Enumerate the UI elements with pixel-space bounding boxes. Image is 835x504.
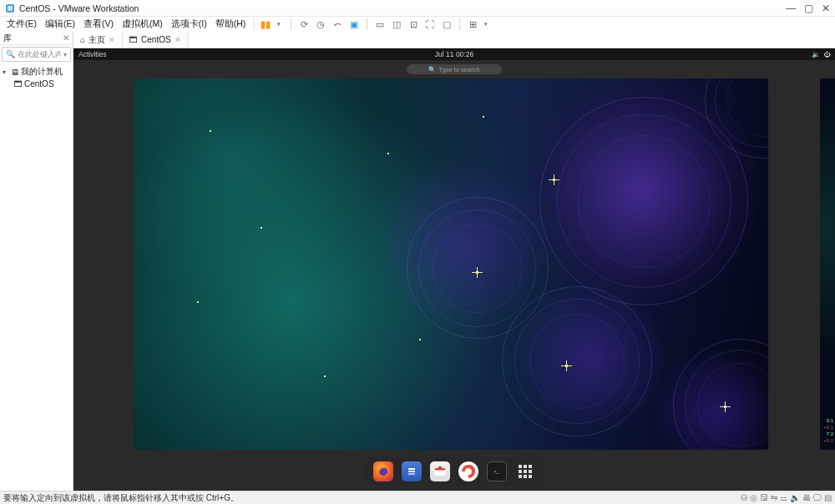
console-view-icon[interactable]: ⊡ xyxy=(407,18,419,30)
svg-point-11 xyxy=(466,469,471,474)
minimize-button[interactable]: — xyxy=(786,3,796,14)
stretch-guest-icon[interactable]: ▢ xyxy=(441,18,453,30)
computer-icon: 🖥 xyxy=(11,68,19,77)
send-ctrl-alt-del-icon[interactable]: ⟳ xyxy=(298,18,310,30)
search-placeholder: Type to search xyxy=(438,66,479,73)
device-floppy-icon[interactable]: 🖫 xyxy=(760,493,768,502)
app-icon xyxy=(5,3,15,13)
home-icon: ⌂ xyxy=(80,35,85,44)
snapshot-icon[interactable]: ◷ xyxy=(315,18,326,30)
dock-terminal-icon[interactable]: >_ xyxy=(487,461,507,481)
titlebar: CentOS - VMware Workstation — ▢ ✕ xyxy=(0,0,835,17)
search-icon: 🔍 xyxy=(6,50,15,58)
dock-show-apps-icon[interactable] xyxy=(515,461,535,481)
gnome-dock: >_ xyxy=(365,457,544,486)
svg-rect-6 xyxy=(408,473,415,475)
device-hdd-icon[interactable]: ⛁ xyxy=(741,493,747,502)
fullscreen-icon[interactable]: ▭ xyxy=(374,18,386,30)
dock-software-icon[interactable] xyxy=(430,461,450,481)
vm-icon: 🗔 xyxy=(14,79,23,88)
sidebar-close-icon[interactable]: ✕ xyxy=(63,33,69,43)
search-placeholder: 在此处键入内容进 xyxy=(18,49,61,60)
statusbar: 要将输入定向到该虚拟机，请将鼠标指针移入其中或按 Ctrl+G。 ⛁ ◎ 🖫 ⇆… xyxy=(0,491,835,504)
menu-help[interactable]: 帮助(H) xyxy=(212,17,250,32)
menu-view[interactable]: 查看(V) xyxy=(80,17,117,32)
svg-rect-1 xyxy=(8,6,13,11)
vm-icon: 🗔 xyxy=(129,35,138,44)
wallpaper xyxy=(134,78,768,450)
separator xyxy=(254,19,255,29)
message-log-icon[interactable]: ▤ xyxy=(824,493,832,502)
vm-console[interactable]: Activities Jul 11 00:26 🔉 ⏻ 🔍 Type to se… xyxy=(73,48,835,491)
tab-centos[interactable]: 🗔 CentOS ✕ xyxy=(123,32,189,48)
device-cd-icon[interactable]: ◎ xyxy=(750,493,757,502)
menubar: 文件(E) 编辑(E) 查看(V) 虚拟机(M) 选项卡(I) 帮助(H) ▮▮… xyxy=(0,17,835,32)
close-button[interactable]: ✕ xyxy=(822,3,830,14)
unity-icon[interactable]: ◫ xyxy=(391,18,402,30)
tab-close-icon[interactable]: ✕ xyxy=(109,36,115,44)
gnome-clock[interactable]: Jul 11 00:26 xyxy=(435,50,473,58)
svg-rect-5 xyxy=(408,471,415,472)
revert-snapshot-icon[interactable]: ⤺ xyxy=(331,18,343,30)
svg-text:>_: >_ xyxy=(493,469,500,474)
tab-label: CentOS xyxy=(141,35,171,44)
search-icon: 🔍 xyxy=(428,66,436,73)
menu-file[interactable]: 文件(E) xyxy=(3,17,40,32)
tree-node-centos[interactable]: 🗔 CentOS xyxy=(3,78,70,89)
svg-rect-4 xyxy=(408,468,415,470)
svg-rect-9 xyxy=(438,466,442,469)
maximize-button[interactable]: ▢ xyxy=(804,3,813,14)
tree-node-label: 我的计算机 xyxy=(21,66,63,78)
dock-help-icon[interactable] xyxy=(458,461,478,481)
dock-files-icon[interactable] xyxy=(402,461,422,481)
activities-button[interactable]: Activities xyxy=(78,50,107,58)
dropdown-caret-icon[interactable]: ▾ xyxy=(481,19,491,29)
workspace-preview[interactable] xyxy=(134,78,768,450)
power-icon[interactable]: ⏻ xyxy=(823,51,830,58)
tab-close-icon[interactable]: ✕ xyxy=(175,36,181,44)
snapshot-manager-icon[interactable]: ▣ xyxy=(348,18,360,30)
device-network-icon[interactable]: ⇆ xyxy=(771,493,777,502)
separator xyxy=(459,18,460,30)
right-pane: ⌂ 主页 ✕ 🗔 CentOS ✕ Activities Jul 11 00:2… xyxy=(73,32,835,491)
system-stats: 0.1 +0.1 7.2 +0.1 xyxy=(823,418,833,443)
pause-icon[interactable]: ▮▮ xyxy=(260,18,271,30)
tab-home[interactable]: ⌂ 主页 ✕ xyxy=(73,32,123,48)
workspace-preview-next[interactable]: 0.1 +0.1 7.2 +0.1 xyxy=(820,78,835,450)
thumbnail-bar-icon[interactable]: ⊞ xyxy=(467,18,478,30)
dropdown-caret-icon[interactable]: ▾ xyxy=(274,19,284,29)
main: 库 ✕ 🔍 在此处键入内容进 ▾ ▾ 🖥 我的计算机 🗔 CentOS ⌂ 主页 xyxy=(0,32,835,491)
device-usb-icon[interactable]: ⚍ xyxy=(780,493,787,502)
status-message: 要将输入定向到该虚拟机，请将鼠标指针移入其中或按 Ctrl+G。 xyxy=(3,492,239,504)
dropdown-caret-icon[interactable]: ▾ xyxy=(63,51,67,58)
separator xyxy=(367,18,367,30)
tree-collapse-icon[interactable]: ▾ xyxy=(3,68,9,76)
gnome-topbar: Activities Jul 11 00:26 🔉 ⏻ xyxy=(73,48,835,60)
gnome-search[interactable]: 🔍 Type to search xyxy=(407,64,502,74)
tree-node-my-computer[interactable]: ▾ 🖥 我的计算机 xyxy=(3,65,70,78)
tree-node-label: CentOS xyxy=(24,79,54,88)
window-title: CentOS - VMware Workstation xyxy=(19,3,139,13)
status-device-icons: ⛁ ◎ 🖫 ⇆ ⚍ 🔈 🖶 🖵 ▤ xyxy=(741,493,832,502)
library-sidebar: 库 ✕ 🔍 在此处键入内容进 ▾ ▾ 🖥 我的计算机 🗔 CentOS xyxy=(0,32,73,491)
system-tray[interactable]: 🔉 ⏻ xyxy=(812,51,830,58)
menu-vm[interactable]: 虚拟机(M) xyxy=(119,17,166,32)
menu-tabs[interactable]: 选项卡(I) xyxy=(168,17,210,32)
dock-firefox-icon[interactable] xyxy=(373,461,393,481)
library-tree: ▾ 🖥 我的计算机 🗔 CentOS xyxy=(0,63,73,91)
library-search[interactable]: 🔍 在此处键入内容进 ▾ xyxy=(2,47,71,62)
device-display-icon[interactable]: 🖵 xyxy=(813,493,822,502)
separator xyxy=(291,18,291,30)
vm-tabs: ⌂ 主页 ✕ 🗔 CentOS ✕ xyxy=(73,32,835,48)
fit-guest-icon[interactable]: ⛶ xyxy=(424,18,436,30)
library-title: 库 xyxy=(3,33,12,44)
device-printer-icon[interactable]: 🖶 xyxy=(802,493,811,502)
volume-icon[interactable]: 🔉 xyxy=(812,51,820,58)
device-sound-icon[interactable]: 🔈 xyxy=(790,493,800,502)
menu-edit[interactable]: 编辑(E) xyxy=(42,17,78,32)
tab-label: 主页 xyxy=(89,34,105,46)
